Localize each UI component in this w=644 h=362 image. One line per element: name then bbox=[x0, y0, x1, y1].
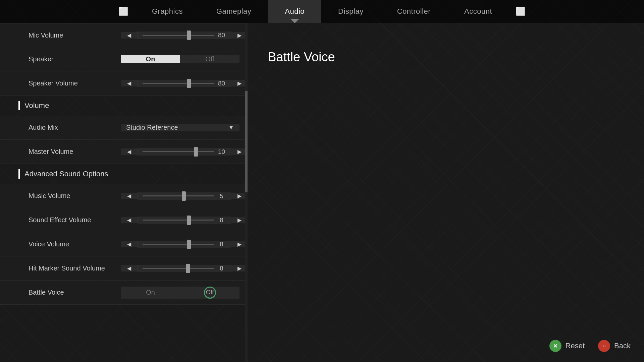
r1-icon[interactable]: ⬜ bbox=[509, 7, 532, 16]
reset-button[interactable]: ✕ Reset bbox=[549, 340, 585, 352]
nav-item-controller[interactable]: Controller bbox=[380, 0, 447, 23]
sound-effect-volume-slider: ◀ 8 ▶ bbox=[121, 217, 248, 224]
hit-marker-sound-volume-control: ◀ 8 ▶ bbox=[121, 265, 248, 272]
speaker-off-button[interactable]: Off bbox=[180, 55, 239, 63]
music-volume-slider: ◀ 5 ▶ bbox=[121, 192, 248, 200]
nav-item-account[interactable]: Account bbox=[447, 0, 509, 23]
speaker-label: Speaker bbox=[0, 55, 121, 63]
settings-scroll: Mic Volume ◀ 80 ▶ S bbox=[0, 23, 248, 305]
info-panel: Battle Voice bbox=[248, 23, 644, 362]
sound-effect-volume-track bbox=[143, 220, 214, 221]
voice-volume-row: Voice Volume ◀ 8 ▶ bbox=[0, 232, 248, 256]
nav-item-gameplay[interactable]: Gameplay bbox=[200, 0, 268, 23]
off-label-text: Off bbox=[206, 289, 214, 296]
sound-effect-volume-row: Sound Effect Volume ◀ 8 ▶ bbox=[0, 208, 248, 232]
audio-mix-row: Audio Mix Studio Reference ▼ bbox=[0, 116, 248, 140]
battle-voice-control: On Off bbox=[121, 287, 248, 299]
hit-marker-sound-volume-label: Hit Marker Sound Volume bbox=[0, 264, 121, 272]
music-volume-control: ◀ 5 ▶ bbox=[121, 192, 248, 200]
voice-volume-label: Voice Volume bbox=[0, 240, 121, 248]
bottom-controls: ✕ Reset ○ Back bbox=[549, 340, 631, 352]
speaker-volume-track bbox=[143, 83, 214, 84]
voice-volume-control: ◀ 8 ▶ bbox=[121, 241, 248, 248]
master-volume-value: 10 bbox=[216, 148, 227, 156]
master-volume-track-area: 10 bbox=[138, 148, 231, 156]
volume-section-title: Volume bbox=[24, 101, 49, 110]
audio-mix-dropdown[interactable]: Studio Reference ▼ bbox=[121, 124, 239, 131]
back-button[interactable]: ○ Back bbox=[598, 340, 631, 352]
audio-mix-label: Audio Mix bbox=[0, 124, 121, 131]
music-volume-row: Music Volume ◀ 5 ▶ bbox=[0, 184, 248, 208]
master-volume-label: Master Volume bbox=[0, 148, 121, 156]
off-circle-indicator: Off bbox=[204, 287, 216, 299]
speaker-volume-row: Speaker Volume ◀ 80 ▶ bbox=[0, 71, 248, 96]
back-label: Back bbox=[614, 342, 631, 350]
nav-label-account: Account bbox=[464, 7, 492, 16]
voice-volume-thumb[interactable] bbox=[187, 240, 191, 249]
advanced-section-header: Advanced Sound Options bbox=[0, 164, 248, 184]
master-volume-slider: ◀ 10 ▶ bbox=[121, 148, 248, 156]
hit-marker-sound-volume-decrease[interactable]: ◀ bbox=[121, 265, 138, 272]
master-volume-row: Master Volume ◀ 10 ▶ bbox=[0, 140, 248, 164]
nav-label-controller: Controller bbox=[397, 7, 431, 16]
speaker-row: Speaker On Off bbox=[0, 47, 248, 71]
battle-voice-on-button[interactable]: On bbox=[121, 287, 180, 299]
master-volume-control: ◀ 10 ▶ bbox=[121, 148, 248, 156]
speaker-volume-label: Speaker Volume bbox=[0, 79, 121, 87]
scroll-thumb bbox=[245, 91, 248, 192]
mic-volume-thumb[interactable] bbox=[187, 31, 191, 40]
reset-label: Reset bbox=[566, 342, 585, 350]
voice-volume-track bbox=[143, 244, 214, 245]
mic-volume-label: Mic Volume bbox=[0, 32, 121, 39]
mic-volume-track bbox=[143, 35, 214, 36]
scroll-indicator[interactable] bbox=[245, 23, 248, 362]
voice-volume-slider: ◀ 8 ▶ bbox=[121, 241, 248, 248]
info-title: Battle Voice bbox=[268, 50, 624, 64]
nav-label-audio: Audio bbox=[285, 7, 305, 16]
music-volume-decrease[interactable]: ◀ bbox=[121, 193, 138, 199]
mic-volume-decrease[interactable]: ◀ bbox=[121, 32, 138, 39]
music-volume-track-area: 5 bbox=[138, 192, 231, 200]
nav-item-graphics[interactable]: Graphics bbox=[135, 0, 200, 23]
hit-marker-sound-volume-track-area: 8 bbox=[138, 265, 231, 272]
speaker-volume-track-area: 80 bbox=[138, 80, 231, 87]
nav-label-gameplay: Gameplay bbox=[216, 7, 251, 16]
battle-voice-row: Battle Voice On Off bbox=[0, 281, 248, 305]
nav-bar: ⬜ Graphics Gameplay Audio Display Contro… bbox=[0, 0, 644, 23]
hit-marker-sound-volume-row: Hit Marker Sound Volume ◀ 8 ▶ bbox=[0, 256, 248, 281]
master-volume-thumb[interactable] bbox=[194, 147, 198, 157]
nav-item-audio[interactable]: Audio bbox=[268, 0, 321, 23]
battle-voice-off-button[interactable]: Off bbox=[180, 287, 239, 299]
mic-volume-value: 80 bbox=[216, 32, 227, 39]
voice-volume-decrease[interactable]: ◀ bbox=[121, 241, 138, 247]
sound-effect-volume-control: ◀ 8 ▶ bbox=[121, 217, 248, 224]
mic-volume-slider: ◀ 80 ▶ bbox=[121, 32, 248, 39]
hit-marker-sound-volume-slider: ◀ 8 ▶ bbox=[121, 265, 248, 272]
sound-effect-volume-track-area: 8 bbox=[138, 217, 231, 224]
nav-item-display[interactable]: Display bbox=[321, 0, 380, 23]
battle-voice-toggle: On Off bbox=[121, 287, 239, 299]
battle-voice-label: Battle Voice bbox=[0, 289, 121, 296]
reset-circle-icon: ✕ bbox=[549, 340, 561, 352]
speaker-control: On Off bbox=[121, 55, 248, 63]
speaker-volume-thumb[interactable] bbox=[187, 79, 191, 88]
audio-mix-value: Studio Reference bbox=[126, 124, 178, 131]
sound-effect-volume-decrease[interactable]: ◀ bbox=[121, 217, 138, 223]
speaker-on-button[interactable]: On bbox=[121, 55, 180, 63]
hit-marker-sound-volume-thumb[interactable] bbox=[186, 264, 190, 273]
nav-items: ⬜ Graphics Gameplay Audio Display Contro… bbox=[112, 0, 532, 23]
hit-marker-sound-volume-track bbox=[143, 268, 214, 269]
music-volume-thumb[interactable] bbox=[182, 191, 186, 201]
speaker-volume-slider: ◀ 80 ▶ bbox=[121, 80, 248, 87]
settings-panel: Mic Volume ◀ 80 ▶ S bbox=[0, 23, 248, 362]
nav-label-graphics: Graphics bbox=[152, 7, 183, 16]
hit-marker-sound-volume-value: 8 bbox=[216, 265, 227, 272]
sound-effect-volume-thumb[interactable] bbox=[187, 216, 191, 225]
advanced-section-title: Advanced Sound Options bbox=[24, 170, 108, 178]
speaker-volume-decrease[interactable]: ◀ bbox=[121, 80, 138, 86]
l1-icon[interactable]: ⬜ bbox=[112, 7, 135, 16]
mic-volume-control: ◀ 80 ▶ bbox=[121, 32, 248, 39]
sound-effect-volume-label: Sound Effect Volume bbox=[0, 216, 121, 224]
music-volume-value: 5 bbox=[216, 192, 227, 200]
master-volume-decrease[interactable]: ◀ bbox=[121, 148, 138, 155]
